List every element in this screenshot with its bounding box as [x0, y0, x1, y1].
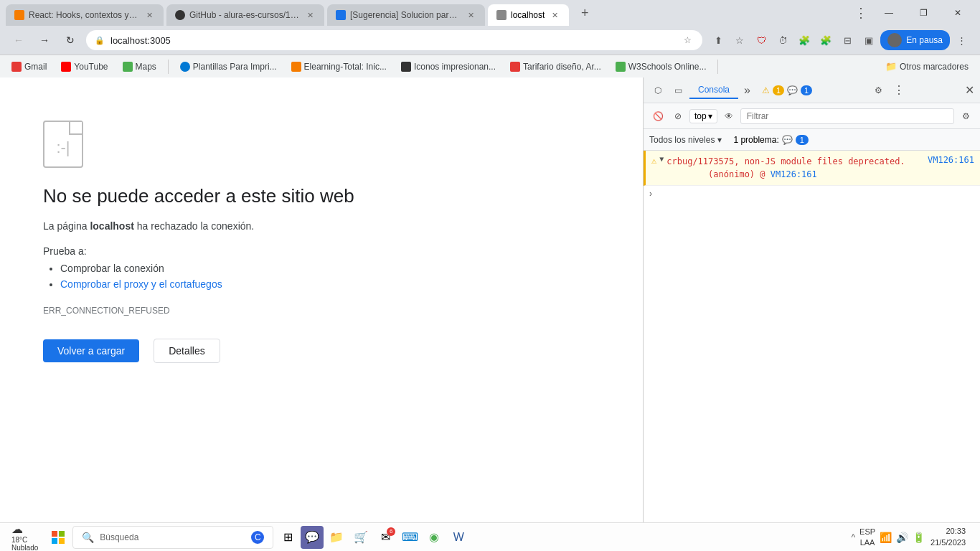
bookmark-youtube[interactable]: YouTube [55, 60, 113, 73]
puzzle-icon[interactable]: 🧩 [816, 30, 836, 50]
devtools-console: ⚠ ▼ crbug/1173575, non-JS module files d… [644, 151, 980, 522]
bookmark-maps[interactable]: Maps [117, 60, 162, 73]
bookmark-favicon-maps [123, 62, 133, 72]
vm-link[interactable]: VM126:161 [928, 155, 974, 165]
bookmark-favicon-gmail [11, 62, 22, 72]
windows-logo-icon [52, 531, 65, 544]
taskbar-pin-word[interactable]: W [447, 526, 470, 549]
timer-icon[interactable]: ⏱ [773, 30, 793, 50]
bookmark-separator-2 [717, 60, 718, 74]
devtools-eye-icon[interactable]: 👁 [720, 108, 738, 125]
taskbar-pin-vscode[interactable]: ⌨ [398, 526, 421, 549]
devtools-levels-bar: Todos los niveles ▾ 1 problema: 💬 1 [644, 129, 980, 151]
tab-close-react[interactable]: ✕ [143, 9, 155, 21]
taskbar-pin-explorer[interactable]: 📁 [325, 526, 348, 549]
devtools-header: ⬡ ▭ Consola » ⚠ 1 💬 1 ⚙ ⋮ ✕ [644, 77, 980, 103]
bookmarks-bar: Gmail YouTube Maps Plantillas Para Impri… [0, 55, 980, 77]
devtools-panel: ⬡ ▭ Consola » ⚠ 1 💬 1 ⚙ ⋮ ✕ 🚫 [643, 77, 980, 522]
notification-area[interactable] [971, 524, 974, 550]
split-icon[interactable]: ⊟ [837, 30, 857, 50]
star-icon[interactable]: ☆ [681, 34, 694, 47]
taskbar-pin-store[interactable]: 🛒 [349, 526, 372, 549]
bookmark-favicon-iconos [401, 62, 411, 72]
star-bookmark-icon[interactable]: ☆ [730, 30, 750, 50]
devtools-close-button[interactable]: ✕ [965, 83, 974, 97]
address-input[interactable]: 🔒 localhost:3005 ☆ [86, 30, 702, 50]
bookmark-others-folder[interactable]: 📁 Otros marcadores [880, 60, 974, 73]
taskbar-search[interactable]: 🔍 Búsqueda C [72, 526, 273, 549]
search-placeholder: Búsqueda [100, 532, 138, 542]
back-button[interactable]: ← [9, 30, 29, 50]
taskbar-pin-taskview[interactable]: ⊞ [276, 526, 299, 549]
tab-sugerencia[interactable]: [Sugerencia] Solucion para lanza... ✕ [327, 4, 485, 26]
details-button[interactable]: Detalles [154, 339, 220, 363]
console-expand-arrow[interactable]: ▼ [659, 155, 664, 163]
tab-localhost[interactable]: localhost ✕ [488, 4, 569, 26]
problems-count: 1 [796, 135, 809, 145]
taskbar-pin-chat[interactable]: 💬 [301, 526, 324, 549]
tab-favicon-github [175, 10, 185, 20]
sys-tray: ^ ESPLAA 📶 🔊 🔋 [851, 527, 925, 547]
browser-menu-icon[interactable]: ⋮ [851, 3, 871, 23]
devtools-clear-icon[interactable]: 🚫 [649, 108, 666, 125]
chevron-up-icon[interactable]: ^ [851, 532, 855, 542]
browser-content: :-| No se puede acceder a este sitio web… [0, 77, 643, 522]
tab-favicon-localhost [496, 10, 507, 20]
bookmark-label-maps: Maps [136, 62, 156, 72]
start-button[interactable] [47, 526, 70, 549]
tab-react[interactable]: React: Hooks, contextos y buena... ✕ [6, 4, 164, 26]
extensions-icon[interactable]: 🧩 [794, 30, 814, 50]
tab-github[interactable]: GitHub - alura-es-cursos/1857-R... ✕ [166, 4, 324, 26]
wifi-icon[interactable]: 📶 [880, 532, 892, 543]
devtools-info-badge: 1 [801, 85, 812, 95]
bookmark-plantillas[interactable]: Plantillas Para Impri... [174, 60, 283, 73]
forward-button[interactable]: → [34, 30, 55, 50]
devtools-filter-settings-icon[interactable]: ⚙ [957, 108, 974, 125]
bookmark-favicon-plantillas [180, 62, 190, 72]
bookmark-favicon-w3schools [616, 62, 626, 72]
bookmark-label-iconos: Iconos impresionan... [414, 62, 496, 72]
reload-button[interactable]: ↻ [60, 30, 80, 50]
sidebar-icon[interactable]: ▣ [859, 30, 879, 50]
close-button[interactable]: ✕ [941, 1, 974, 24]
bookmark-iconos[interactable]: Iconos impresionan... [395, 60, 501, 73]
bookmark-w3schools[interactable]: W3Schools Online... [610, 60, 712, 73]
tab-close-localhost[interactable]: ✕ [549, 9, 560, 21]
devtools-settings-icon[interactable]: ⚙ [870, 82, 887, 99]
bookmark-label-youtube: YouTube [74, 62, 108, 72]
devtools-kebab-menu[interactable]: ⋮ [890, 83, 908, 97]
devtools-filter-input[interactable] [740, 108, 954, 124]
devtools-mobile-icon[interactable]: ▭ [669, 82, 687, 99]
levels-dropdown[interactable]: Todos los niveles ▾ [649, 135, 722, 145]
bookmark-gmail[interactable]: Gmail [6, 60, 52, 73]
console-expand-entry[interactable]: › [644, 186, 980, 202]
top-dropdown[interactable]: top ▾ [689, 109, 717, 123]
devtools-inspect-icon[interactable]: ⬡ [649, 82, 666, 99]
devtools-block-icon[interactable]: ⊘ [669, 108, 687, 125]
tab-close-github[interactable]: ✕ [304, 9, 316, 21]
shield-icon[interactable]: 🛡 [751, 30, 771, 50]
taskbar-pin-chrome[interactable]: ◉ [423, 526, 446, 549]
bookmark-elearning[interactable]: Elearning-Total: Inic... [286, 60, 392, 73]
svg-rect-3 [59, 538, 65, 544]
minimize-button[interactable]: — [872, 1, 905, 24]
reload-page-button[interactable]: Volver a cargar [43, 339, 139, 362]
maximize-button[interactable]: ❐ [907, 1, 940, 24]
tab-close-sugerencia[interactable]: ✕ [465, 9, 476, 21]
share-icon[interactable]: ⬆ [708, 30, 728, 50]
weather-condition: Nublado [11, 544, 38, 551]
problems-badge: 1 problema: 💬 1 [733, 135, 809, 145]
volume-icon[interactable]: 🔊 [896, 532, 908, 543]
new-tab-button[interactable]: + [575, 3, 595, 23]
devtools-tab-console[interactable]: Consola [689, 82, 738, 99]
language-indicator: ESPLAA [859, 527, 875, 547]
battery-icon[interactable]: 🔋 [913, 532, 925, 543]
taskbar-pin-mail[interactable]: ✉ 6 [374, 526, 397, 549]
vm-link-inline[interactable]: VM126:161 [771, 169, 817, 179]
proxy-link[interactable]: Comprobar el proxy y el cortafuegos [60, 278, 222, 290]
profile-button[interactable]: En pausa [880, 30, 950, 50]
browser-more-icon[interactable]: ⋮ [951, 30, 971, 50]
devtools-more-tabs[interactable]: » [741, 84, 753, 97]
top-label: top [694, 111, 707, 121]
bookmark-tarifario[interactable]: Tarifario diseño, Ar... [504, 60, 607, 73]
